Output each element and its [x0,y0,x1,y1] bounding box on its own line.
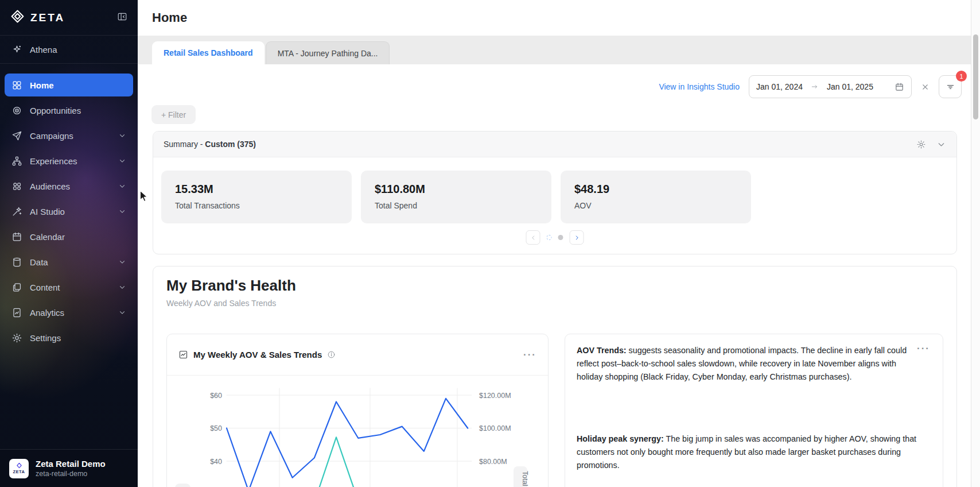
chart-card-header: My Weekly AOV & Sales Trends ··· [167,334,548,376]
chart-more-menu[interactable]: ··· [523,350,536,360]
sidebar-item-label: Audiences [30,181,70,191]
sidebar-item-label: Experiences [30,156,77,166]
sidebar-item-home[interactable]: Home [5,74,133,96]
chart-card: My Weekly AOV & Sales Trends ··· $60$50$… [166,334,549,487]
page-title: Home [152,10,187,25]
insight-text-1: AOV Trends: suggests seasonality and pro… [577,344,922,384]
zeta-diamond-logo-icon [10,9,25,26]
calendar-icon[interactable] [895,82,904,92]
scrollbar-thumb[interactable] [973,34,978,119]
sidebar-item-athena[interactable]: Athena [0,36,138,64]
sidebar-item-experiences[interactable]: Experiences [5,149,133,172]
summary-header: Summary - Custom (375) [153,132,956,157]
clear-date-icon[interactable] [921,83,930,91]
toolbar-controls: View in Insights Studio Jan 01, 2024 Jan… [659,76,962,98]
sidebar-item-label: Content [30,283,60,292]
topbar: Home [138,0,971,36]
tab-mta-journey-pathing-da[interactable]: MTA - Journey Pathing Da... [266,41,390,64]
sidebar-item-content[interactable]: Content [5,276,133,299]
kpi-value: $48.19 [574,183,737,196]
workspace-name: Zeta Retail Demo [36,459,106,469]
tab-strip: Retail Sales DashboardMTA - Journey Path… [138,36,971,64]
chevron-down-icon [118,132,126,140]
sidebar-item-label: AI Studio [30,207,65,217]
dashboard-grid-icon [11,80,22,91]
carousel-pager [526,230,584,245]
aov-sales-trend-chart: $60$50$40$120.00M$100.00M$80.00MTotal [167,376,548,487]
summary-panel: Summary - Custom (375) 15.33MTotal Trans… [153,131,957,254]
insight-text-2: Holiday peak synergy: The big jump in sa… [577,432,922,472]
kpi-card-aov: $48.19AOV [561,171,751,223]
sidebar-item-ai-studio[interactable]: AI Studio [5,200,133,223]
carousel-dot-2[interactable] [558,235,563,240]
zeta-workspace-logo: ZETA [9,459,29,478]
insight-card: ··· AOV Trends: suggests seasonality and… [565,334,943,487]
kpi-value: 15.33M [175,183,338,196]
collapse-sidebar-icon[interactable] [117,11,127,24]
date-end-value: Jan 01, 2025 [827,82,873,91]
date-range-picker[interactable]: Jan 01, 2024 Jan 01, 2025 [749,75,912,98]
carousel-dot-1[interactable] [547,235,552,240]
chevron-down-icon [118,182,126,190]
carousel-next-button[interactable] [570,230,584,245]
copy-pages-icon [11,282,22,293]
sidebar-item-settings[interactable]: Settings [5,326,133,349]
insight-body-text: suggests seasonality and promotional imp… [577,346,907,381]
workspace-switcher[interactable]: ZETA Zeta Retail Demo zeta-retail-demo [0,449,138,487]
kpi-label: Total Transactions [175,201,338,210]
kpi-card-total-transactions: 15.33MTotal Transactions [161,171,352,223]
app-root: ZETA Athena HomeOpportunitiesCampaignsEx… [0,0,980,487]
workspace-badge-text: ZETA [13,469,25,474]
scroll-pill [175,484,190,487]
sidebar-item-label: Analytics [30,308,64,318]
target-icon [11,105,22,116]
filter-count-badge: 1 [956,71,967,82]
sidebar-item-label: Calendar [30,232,65,242]
calendar-icon [11,231,22,242]
sidebar-item-analytics[interactable]: Analytics [5,301,133,324]
sidebar-logo-row: ZETA [0,0,138,36]
gear-icon [11,333,22,343]
sitemap-icon [11,156,22,167]
workspace-meta: Zeta Retail Demo zeta-retail-demo [36,459,106,478]
tab-retail-sales-dashboard[interactable]: Retail Sales Dashboard [152,41,265,64]
section-title: My Brand's Health [166,277,296,295]
sidebar: ZETA Athena HomeOpportunitiesCampaignsEx… [0,0,138,487]
chart-title: My Weekly AOV & Sales Trends [193,350,322,360]
svg-text:$100.00M: $100.00M [479,424,511,432]
gear-icon[interactable] [916,140,926,149]
summary-header-actions [916,140,946,149]
carousel-prev-button[interactable] [526,230,540,245]
svg-text:$60: $60 [210,392,222,400]
sidebar-item-opportunities[interactable]: Opportunities [5,99,133,122]
chevron-down-icon [118,157,126,165]
kpi-cards-row: 15.33MTotal Transactions$110.80MTotal Sp… [161,171,751,223]
sidebar-item-calendar[interactable]: Calendar [5,225,133,248]
summary-title-bold: Custom (375) [205,140,256,149]
sidebar-item-label: Athena [30,45,57,55]
add-filter-button[interactable]: + Filter [151,105,196,124]
sidebar-item-label: Home [30,80,54,90]
sidebar-item-data[interactable]: Data [5,250,133,273]
scrollbar [971,0,980,487]
sidebar-item-label: Campaigns [30,131,73,141]
chevron-down-icon [118,308,126,316]
insight-lead: Holiday peak synergy: [577,434,664,443]
svg-text:$40: $40 [210,458,222,466]
zeta-logo-text: ZETA [30,11,65,24]
date-start-value: Jan 01, 2024 [756,82,803,91]
line-chart-icon [178,350,188,360]
kpi-card-total-spend: $110.80MTotal Spend [361,171,551,223]
doc-chart-icon [11,307,22,318]
filter-toggle-button[interactable]: 1 [939,75,962,98]
chevron-down-icon[interactable] [936,140,946,149]
info-icon[interactable] [327,350,336,359]
chevron-down-icon [118,258,126,266]
kpi-value: $110.80M [375,183,538,196]
sidebar-item-audiences[interactable]: Audiences [5,175,133,198]
view-in-insights-studio-link[interactable]: View in Insights Studio [659,82,740,91]
sidebar-item-campaigns[interactable]: Campaigns [5,124,133,147]
section-subtitle: Weekly AOV and Sales Trends [166,299,276,308]
wand-sparkle-icon [11,206,22,217]
workspace-slug: zeta-retail-demo [36,470,106,478]
